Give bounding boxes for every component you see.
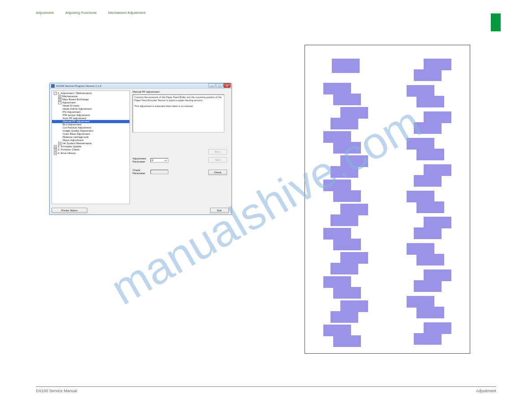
- description-box: Corrects the eccentric of the Paper Feed…: [133, 94, 224, 133]
- pattern-block: [323, 83, 368, 103]
- check-param-label: Check Parameter: [133, 169, 150, 175]
- next-button[interactable]: Next: [208, 157, 227, 163]
- pattern-block: [323, 325, 368, 344]
- app-icon: [51, 84, 55, 88]
- check-param-output: [150, 170, 168, 174]
- content-panel: Manual PF adjustment Corrects the eccent…: [130, 89, 232, 204]
- tree-item[interactable]: +Ink System Maintenance: [52, 142, 129, 145]
- tree-item[interactable]: +2. Firmware Update: [52, 145, 129, 148]
- tree-item[interactable]: +Main Board Exchange: [52, 98, 129, 101]
- exit-button[interactable]: Exit: [210, 208, 229, 213]
- tree-item[interactable]: Head Incline Adjustment: [52, 107, 129, 111]
- pattern-block: [323, 300, 368, 320]
- tree-item[interactable]: +Maintenance: [52, 95, 129, 98]
- tree-item[interactable]: Bi-d Adjustment: [52, 123, 129, 126]
- tree-item[interactable]: Color Base Adjustment: [52, 133, 129, 136]
- titlebar[interactable]: DX100 Service Program Version 1.1.0 — □ …: [50, 83, 232, 89]
- adjustment-label: Adjustment Parameter: [133, 157, 150, 163]
- close-button[interactable]: X: [223, 83, 231, 88]
- pattern-block: [407, 191, 451, 213]
- footer-doc: DX100 Service Manual: [36, 389, 77, 393]
- service-program-window: DX100 Service Program Version 1.1.0 — □ …: [49, 83, 232, 215]
- tree-item[interactable]: Image Quality Adjustment: [52, 129, 129, 133]
- navigation-tree[interactable]: -1. Adjustment / Maintenance+Maintenance…: [51, 90, 130, 204]
- pattern-block: [407, 270, 451, 291]
- pattern-block: [323, 180, 368, 199]
- desc-line-1: Corrects the eccentric of the Paper Feed…: [134, 96, 223, 102]
- tree-item[interactable]: PG Adjustment: [52, 111, 129, 114]
- pattern-block: [323, 228, 368, 248]
- tree-item[interactable]: Auto PF adjustment: [52, 117, 129, 120]
- pattern-block: [323, 252, 368, 272]
- pattern-block: [407, 59, 451, 81]
- tree-item[interactable]: +4. Error History: [52, 152, 129, 155]
- tree-item[interactable]: Motor Adjustment: [52, 139, 129, 142]
- pattern-block: [323, 155, 368, 175]
- print-button[interactable]: Print: [208, 149, 227, 154]
- window-title: DX100 Service Program Version 1.1.0: [56, 85, 101, 87]
- pattern-block: [323, 107, 368, 127]
- panel-title: Manual PF adjustment: [133, 90, 229, 93]
- spin-icon[interactable]: ▴▾: [164, 159, 167, 162]
- tree-item[interactable]: -Adjustment: [52, 101, 129, 104]
- pattern-block: [407, 85, 451, 107]
- tree-item[interactable]: +3. Function Check: [52, 148, 129, 151]
- pattern-block: [407, 164, 451, 186]
- pattern-block: [323, 204, 368, 223]
- footer-section: Adjustment: [476, 389, 496, 393]
- page-footer: DX100 Service Manual Adjustment: [36, 386, 496, 393]
- pattern-block: [323, 131, 368, 151]
- desc-line-2: This adjustment is executed when there i…: [134, 105, 223, 108]
- maximize-button[interactable]: □: [216, 83, 223, 88]
- pattern-block: [407, 217, 451, 239]
- pattern-block: [407, 296, 451, 318]
- tree-item[interactable]: Head ID Input: [52, 104, 129, 107]
- tree-item[interactable]: PW sensor Adjustment: [52, 114, 129, 117]
- adjustment-value: 0: [152, 159, 153, 162]
- adjustment-input[interactable]: 0 ▴▾: [150, 158, 168, 163]
- tree-item[interactable]: Manual PF adjustment: [52, 120, 129, 123]
- tree-item[interactable]: -1. Adjustment / Maintenance: [52, 92, 129, 95]
- minimize-button[interactable]: —: [208, 83, 215, 88]
- page: DX100 Service Program Version 1.1.0 — □ …: [0, 0, 532, 411]
- pattern-block: [323, 59, 368, 78]
- check-button[interactable]: Check: [208, 170, 227, 175]
- pf-pattern-figure: [305, 45, 470, 354]
- pattern-block: [323, 276, 368, 296]
- pattern-block: [407, 322, 451, 344]
- tree-item[interactable]: Cut Position Adjustment: [52, 126, 129, 129]
- pattern-block: [407, 138, 451, 160]
- pattern-block: [407, 111, 451, 133]
- printer-status-button[interactable]: Printer Status: [51, 208, 87, 213]
- tree-item[interactable]: Release carriage lock: [52, 136, 129, 139]
- pattern-block: [407, 243, 451, 265]
